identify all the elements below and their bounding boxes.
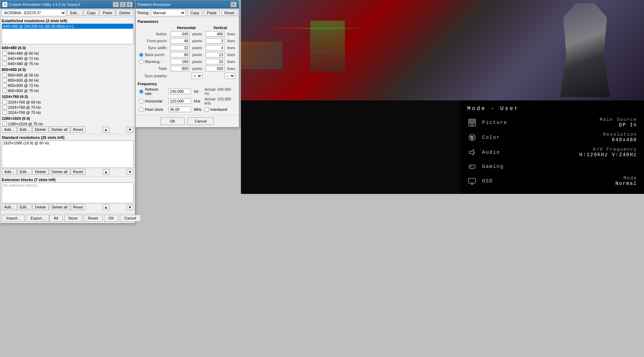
group-label-1280-1024: 1280×1024 (5:4) — [2, 116, 133, 121]
color-values: Resolution 640x480 — [603, 132, 637, 143]
established-reset-button[interactable]: Reset — [71, 126, 86, 133]
blanking-h-input[interactable] — [171, 59, 190, 64]
established-add-button[interactable]: Add... — [2, 126, 17, 133]
established-resolutions-list[interactable]: 640×480 @ 240.000 Hz (96.00 MHz) [+/-] — [2, 24, 133, 44]
device-selector[interactable]: ACR080A - ED270 X* — [2, 9, 66, 16]
maximize-button[interactable]: □ — [120, 2, 126, 7]
horizontal-freq-radio[interactable] — [139, 99, 143, 104]
extension-blocks-list[interactable]: No extension blocks — [2, 182, 133, 203]
front-porch-h-unit: pixels — [191, 37, 204, 44]
list-item[interactable]: 640×480 @ 240.000 Hz (96.00 MHz) [+/-] — [2, 24, 133, 29]
front-porch-h-input[interactable] — [171, 38, 190, 44]
paste-button[interactable]: Paste — [99, 10, 115, 16]
minimize-button[interactable]: − — [113, 2, 119, 7]
established-delete-all-button[interactable]: Delete all — [49, 126, 70, 133]
blanking-h-unit: pixels — [191, 58, 204, 65]
standard-reset-button[interactable]: Reset — [71, 169, 86, 175]
horizontal-freq-input[interactable] — [168, 98, 191, 104]
dr-reset-button[interactable]: Reset — [221, 10, 237, 16]
extension-delete-button[interactable]: Delete — [33, 204, 49, 210]
extension-up-button[interactable]: ▲ — [103, 204, 110, 210]
sync-polarity-h-select[interactable]: + - — [192, 73, 202, 79]
dr-paste-button[interactable]: Paste — [204, 10, 220, 16]
checkbox-1024x768-75-input[interactable] — [2, 110, 7, 115]
established-down-button[interactable]: ▼ — [127, 127, 133, 133]
checkbox-800x600-60-input[interactable] — [2, 78, 7, 82]
standard-up-button[interactable]: ▲ — [103, 169, 110, 175]
refresh-rate-radio[interactable] — [139, 89, 143, 94]
svg-rect-1 — [469, 119, 476, 124]
total-h-input[interactable] — [171, 66, 190, 71]
monitor-area: Mode - User Picture Main Source DP In — [241, 0, 644, 194]
checkbox-640x480-60-input[interactable] — [2, 51, 7, 55]
edit-button[interactable]: Edit... — [67, 10, 83, 16]
blanking-radio[interactable] — [139, 60, 143, 64]
delete-button[interactable]: Delete — [116, 10, 133, 16]
copy-button[interactable]: Copy — [84, 10, 99, 16]
back-porch-radio[interactable] — [139, 53, 143, 57]
sync-width-h-input[interactable] — [171, 45, 190, 51]
checkbox-640x480-72-input[interactable] — [2, 56, 7, 61]
import-button[interactable]: Import... — [2, 215, 25, 222]
back-porch-v-input[interactable] — [206, 52, 225, 57]
export-button[interactable]: Export... — [26, 215, 49, 222]
established-up-button[interactable]: ▲ — [103, 127, 110, 133]
sync-width-v-input[interactable] — [206, 45, 225, 51]
svg-marker-7 — [469, 150, 473, 155]
select-none-button[interactable]: None — [64, 215, 82, 222]
pixel-clock-input[interactable] — [168, 107, 191, 112]
sync-polarity-v-select[interactable]: – + — [225, 73, 235, 79]
dr-ok-button[interactable]: OK — [160, 117, 185, 125]
refresh-rate-input[interactable] — [168, 89, 191, 94]
timing-selector[interactable]: Manual — [151, 9, 186, 16]
cru-ok-button[interactable]: OK — [104, 215, 119, 222]
cru-reset-button[interactable]: Reset — [84, 215, 103, 222]
blanking-row: Blanking: pixels lines — [138, 58, 237, 65]
checkbox-640x480-75-input[interactable] — [2, 61, 7, 66]
blanking-v-input[interactable] — [206, 59, 225, 64]
close-button[interactable]: × — [127, 2, 133, 7]
extension-down-button[interactable]: ▼ — [127, 204, 133, 210]
osd-row-picture: Picture Main Source DP In — [467, 117, 637, 128]
checkbox-800x600-75-input[interactable] — [2, 88, 7, 93]
checkbox-1024x768-60-input[interactable] — [2, 100, 7, 104]
checkbox-800x600-56-input[interactable] — [2, 73, 7, 77]
standard-list-item[interactable]: 1920×1080 (16:9) @ 60 Hz — [2, 141, 133, 145]
checkbox-1024x768-70-input[interactable] — [2, 105, 7, 109]
dr-cancel-button[interactable]: Cancel — [188, 117, 214, 125]
cru-cancel-button[interactable]: Cancel — [120, 215, 141, 222]
pixel-clock-row: Pixel clock: MHz Interlaced — [138, 106, 237, 113]
established-delete-button[interactable]: Delete — [33, 126, 49, 133]
monitor-background: Mode - User Picture Main Source DP In — [241, 0, 644, 194]
standard-down-button[interactable]: ▼ — [127, 169, 133, 175]
checkbox-800x600-72-input[interactable] — [2, 83, 7, 88]
active-v-input[interactable] — [206, 31, 225, 37]
osd-row-audio: Audio H/V Frequency H:120KHz V:240Hz — [467, 147, 637, 158]
extension-reset-button[interactable]: Reset — [71, 204, 86, 210]
extension-delete-all-button[interactable]: Delete all — [49, 204, 70, 210]
back-porch-h-input[interactable] — [171, 52, 190, 57]
front-porch-v-unit: lines — [226, 37, 237, 44]
osd-row-color: Color Resolution 640x480 — [467, 132, 637, 143]
active-h-input[interactable] — [171, 31, 190, 37]
standard-delete-button[interactable]: Delete — [33, 169, 49, 175]
front-porch-v-input[interactable] — [206, 38, 225, 44]
standard-delete-all-button[interactable]: Delete all — [49, 169, 70, 175]
standard-add-button[interactable]: Add... — [2, 169, 17, 175]
extension-add-button[interactable]: Add... — [2, 204, 17, 210]
established-edit-button[interactable]: Edit... — [17, 126, 32, 133]
select-all-button[interactable]: All — [49, 215, 62, 222]
extension-edit-button[interactable]: Edit... — [17, 204, 32, 210]
total-row: Total: pixels lines — [138, 65, 237, 72]
vertical-header: Vertical — [204, 25, 237, 30]
back-porch-v-unit: lines — [226, 51, 237, 58]
interlaced-checkbox[interactable] — [204, 107, 209, 112]
checkbox-1280x1024-75-input[interactable] — [2, 122, 7, 126]
dr-close-button[interactable]: × — [230, 2, 237, 7]
standard-resolutions-list[interactable]: 1920×1080 (16:9) @ 60 Hz — [2, 140, 133, 168]
pixel-clock-radio[interactable] — [139, 107, 143, 112]
dr-copy-button[interactable]: Copy — [187, 10, 202, 16]
total-v-input[interactable] — [206, 66, 225, 71]
standard-edit-button[interactable]: Edit... — [17, 169, 32, 175]
dr-buttons: OK Cancel — [136, 115, 239, 127]
